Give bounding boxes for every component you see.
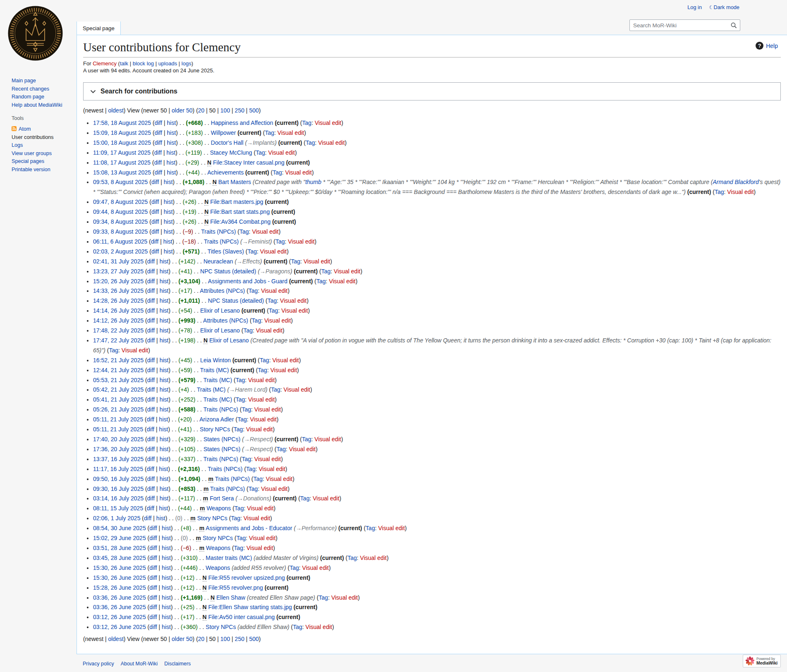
hist-link[interactable]: hist <box>164 218 173 225</box>
pagination-link-20[interactable]: 20 <box>198 636 205 642</box>
hist-link[interactable]: hist <box>164 248 173 255</box>
visual-edit-tag-link[interactable]: Visual edit <box>334 268 360 275</box>
tag-link[interactable]: Tag <box>273 169 282 176</box>
hist-link[interactable]: hist <box>160 317 169 324</box>
tag-link[interactable]: Tag <box>715 189 724 195</box>
timestamp-link[interactable]: 05:41, 21 July 2025 <box>93 396 144 403</box>
hist-link[interactable]: hist <box>164 198 173 205</box>
hist-link[interactable]: hist <box>164 179 173 185</box>
dark-mode-link[interactable]: ☾Dark mode <box>709 4 739 10</box>
sidebar-item-recent-changes[interactable]: Recent changes <box>12 86 49 92</box>
visual-edit-tag-link[interactable]: Visual edit <box>302 564 329 571</box>
hist-link[interactable]: hist <box>160 456 169 462</box>
hist-link[interactable]: hist <box>160 258 169 265</box>
sidebar-tool-printable-version[interactable]: Printable version <box>12 167 50 172</box>
visual-edit-tag-link[interactable]: Visual edit <box>244 515 270 521</box>
visual-edit-tag-link[interactable]: Visual edit <box>284 386 310 393</box>
page-link[interactable]: Willpower <box>211 129 236 136</box>
hist-link[interactable]: hist <box>160 297 169 304</box>
tag-link[interactable]: Tag <box>247 248 257 255</box>
diff-link[interactable]: diff <box>147 406 155 413</box>
tag-link[interactable]: Tag <box>302 436 311 442</box>
diff-link[interactable]: diff <box>151 198 159 205</box>
diff-link[interactable]: diff <box>147 416 154 423</box>
visual-edit-tag-link[interactable]: Visual edit <box>314 436 341 442</box>
powered-by-mediawiki-badge[interactable]: Powered byMediaWiki <box>743 655 781 667</box>
timestamp-link[interactable]: 08:11, 15 July 2025 <box>93 505 143 512</box>
visual-edit-tag-link[interactable]: Visual edit <box>318 139 344 146</box>
page-link[interactable]: File:Stacey Inter casual.png <box>213 159 285 166</box>
diff-link[interactable]: diff <box>147 485 155 492</box>
page-link[interactable]: Weapons <box>206 545 230 551</box>
tab-special-page[interactable]: Special page <box>77 22 121 35</box>
hist-link[interactable]: hist <box>162 555 171 561</box>
diff-link[interactable]: diff <box>147 466 154 472</box>
hist-link[interactable]: hist <box>159 505 168 512</box>
page-link[interactable]: File:Ellen Shaw starting stats.jpg <box>208 604 292 610</box>
page-link[interactable]: Weapons <box>206 505 231 512</box>
pagination-link-250[interactable]: 250 <box>235 636 244 642</box>
hist-link[interactable]: hist <box>160 367 169 373</box>
hist-link[interactable]: hist <box>162 574 171 581</box>
page-link[interactable]: NPC Status (detailed) <box>200 268 256 275</box>
timestamp-link[interactable]: 15:30, 26 June 2025 <box>93 574 146 581</box>
page-link[interactable]: File:Bart masters.jpg <box>210 198 263 205</box>
timestamp-link[interactable]: 11:09, 17 August 2025 <box>93 149 151 156</box>
page-link[interactable]: File:Bart start stats.png <box>210 208 270 215</box>
tag-link[interactable]: Tag <box>237 416 247 423</box>
visual-edit-tag-link[interactable]: Visual edit <box>331 594 358 601</box>
timestamp-link[interactable]: 11:17, 16 July 2025 <box>93 466 143 472</box>
hist-link[interactable]: hist <box>160 287 169 294</box>
tag-link[interactable]: Tag <box>242 456 251 462</box>
diff-link[interactable]: diff <box>151 228 159 235</box>
hist-link[interactable]: hist <box>160 307 169 314</box>
timestamp-link[interactable]: 09:53, 8 August 2025 <box>93 179 148 185</box>
tag-link[interactable]: Tag <box>302 120 312 126</box>
diff-link[interactable]: diff <box>149 564 157 571</box>
search-input[interactable] <box>630 22 727 29</box>
login-link[interactable]: Log in <box>687 4 702 10</box>
diff-link[interactable]: diff <box>147 505 154 512</box>
diff-link[interactable]: diff <box>154 159 162 166</box>
diff-link[interactable]: diff <box>151 218 159 225</box>
visual-edit-tag-link[interactable]: Visual edit <box>281 307 308 314</box>
visual-edit-tag-link[interactable]: Visual edit <box>306 624 332 630</box>
tag-link[interactable]: Tag <box>277 446 286 452</box>
subtitle-link-uploads[interactable]: uploads <box>158 60 177 67</box>
page-link[interactable]: Elixir of Lesano <box>209 337 249 344</box>
page-link[interactable]: Traits (NPCs) <box>203 456 238 462</box>
visual-edit-tag-link[interactable]: Visual edit <box>261 287 287 294</box>
diff-link[interactable]: diff <box>149 614 157 620</box>
visual-edit-tag-link[interactable]: Visual edit <box>246 426 273 433</box>
diff-link[interactable]: diff <box>147 258 155 265</box>
tag-link[interactable]: Tag <box>253 476 263 482</box>
pagination-link-100[interactable]: 100 <box>220 636 230 642</box>
page-link[interactable]: Traits (NPCs) <box>215 476 250 482</box>
tag-link[interactable]: Tag <box>236 396 245 403</box>
timestamp-link[interactable]: 09:44, 8 August 2025 <box>93 208 148 215</box>
visual-edit-tag-link[interactable]: Visual edit <box>264 317 291 324</box>
timestamp-link[interactable]: 09:47, 8 August 2025 <box>93 198 148 205</box>
diff-link[interactable]: diff <box>149 604 157 610</box>
visual-edit-tag-link[interactable]: Visual edit <box>254 456 281 462</box>
page-link[interactable]: Attributes (NPCs) <box>200 287 245 294</box>
subtitle-link-talk[interactable]: talk <box>120 60 128 67</box>
page-link[interactable]: Traits (MC) <box>203 396 232 403</box>
diff-link[interactable]: diff <box>147 337 155 344</box>
tag-link[interactable]: Tag <box>300 495 310 502</box>
hist-link[interactable]: hist <box>162 584 171 591</box>
timestamp-link[interactable]: 15:30, 26 June 2025 <box>93 564 146 571</box>
sidebar-tool-logs[interactable]: Logs <box>12 142 23 148</box>
timestamp-link[interactable]: 03:36, 26 June 2025 <box>93 604 146 610</box>
diff-link[interactable]: diff <box>147 327 155 334</box>
pagination-link-oldest[interactable]: oldest <box>108 107 123 114</box>
pagination-link-100[interactable]: 100 <box>220 107 230 114</box>
pagination-link-older-50[interactable]: older 50 <box>172 636 193 642</box>
diff-link[interactable]: diff <box>147 456 155 462</box>
timestamp-link[interactable]: 11:08, 17 August 2025 <box>93 159 151 166</box>
hist-link[interactable]: hist <box>160 476 169 482</box>
tag-link[interactable]: Tag <box>319 594 328 601</box>
diff-link[interactable]: diff <box>147 426 154 433</box>
diff-link[interactable]: diff <box>155 139 162 146</box>
visual-edit-tag-link[interactable]: Visual edit <box>248 396 275 403</box>
